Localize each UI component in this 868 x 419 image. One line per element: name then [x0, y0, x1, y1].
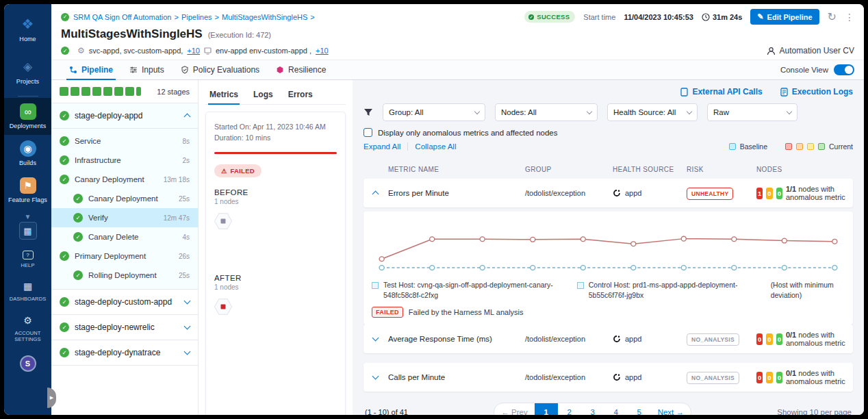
stage-group-header[interactable]: stage-deploy-appd	[51, 103, 198, 128]
funnel-icon[interactable]	[363, 108, 373, 117]
nav-more-chevron-icon[interactable]: ▼	[25, 213, 31, 220]
environments-more-link[interactable]: +10	[316, 47, 329, 55]
step-rolling-deployment[interactable]: Rolling Deployment 25s	[51, 266, 198, 285]
console-view-toggle[interactable]	[834, 64, 854, 75]
breadcrumb-pipelines[interactable]: Pipelines	[181, 13, 212, 21]
failed-badge: FAILED	[372, 307, 403, 318]
prev-page-button[interactable]: ← Prev	[494, 403, 534, 415]
user-avatar[interactable]: S	[20, 355, 36, 372]
chevron-up-icon[interactable]	[372, 191, 379, 198]
main-area: SRM QA Sign Off Automation > Pipelines >…	[51, 4, 864, 415]
sidebar-item-deployments[interactable]: ∞ Deployments	[4, 98, 51, 135]
page-button-5[interactable]: 5	[628, 403, 651, 415]
sidebar-item-home[interactable]: ❖ Home	[4, 10, 51, 48]
stage-group-dynatrace: stage-deploy-dynatrace	[51, 340, 198, 366]
after-node-hexagon-icon[interactable]	[214, 298, 232, 316]
step-label: Infrastructure	[75, 156, 177, 164]
test-host-checkbox[interactable]	[372, 282, 379, 289]
tab-errors[interactable]: Errors	[287, 87, 314, 104]
refresh-icon[interactable]: ↻	[828, 10, 837, 23]
control-host-label: Control Host: prd1-ms-appd-appd-deployme…	[589, 280, 743, 300]
tab-metrics[interactable]: Metrics	[208, 87, 240, 104]
metric-health-source: appd	[613, 373, 687, 381]
external-api-calls-link[interactable]: External API Calls	[680, 87, 762, 97]
success-check-icon	[73, 194, 83, 203]
nodes-summary: 0/1nodes with anomalous metric	[786, 369, 846, 385]
metric-row-errors-per-minute[interactable]: Errors per Minute /todolist/exception ap…	[363, 179, 853, 207]
step-canary-deployment-group[interactable]: Canary Deployment 13m 18s	[51, 170, 198, 189]
sidebar-item-help[interactable]: ? HELP	[8, 245, 48, 274]
divider	[407, 142, 408, 151]
sidebar-item-label: Deployments	[10, 123, 47, 129]
execution-logs-link[interactable]: Execution Logs	[780, 87, 853, 97]
help-chat-icon: ?	[23, 251, 34, 259]
step-service[interactable]: Service 8s	[51, 131, 198, 151]
module-selector-icon[interactable]: ▦	[19, 222, 37, 240]
nodes-summary: 1/1nodes with anomalous metric	[786, 185, 846, 201]
success-dot-icon: ✓	[528, 14, 534, 20]
page-button-4[interactable]: 4	[604, 403, 628, 415]
tab-inputs[interactable]: Inputs	[121, 60, 173, 79]
nodes-filter-select[interactable]: Nodes: All	[495, 103, 598, 121]
tab-label: Policy Evaluations	[193, 65, 259, 75]
anomalous-checkbox[interactable]	[363, 128, 372, 137]
sidebar-item-projects[interactable]: ◈ Projects	[4, 52, 51, 90]
metric-row-avg-response-time[interactable]: Average Response Time (ms) /todolist/exc…	[363, 325, 853, 353]
title-row: MultiStagesWithSingleHS (Execution Id: 4…	[61, 27, 854, 41]
kebab-menu-icon[interactable]: ⋮	[845, 12, 854, 23]
collapse-all-link[interactable]: Collapse All	[415, 142, 456, 151]
tab-policy-evaluations[interactable]: Policy Evaluations	[173, 60, 268, 79]
success-check-icon	[60, 111, 69, 120]
health-source-filter-select[interactable]: Health Source: All	[607, 103, 698, 121]
tab-logs[interactable]: Logs	[252, 87, 275, 104]
col-metric-name: METRIC NAME	[388, 166, 525, 173]
chevron-down-icon[interactable]	[372, 373, 379, 380]
step-canary-deployment[interactable]: Canary Deployment 25s	[51, 189, 198, 208]
stage-group-header[interactable]: stage-deploy-newrelic	[51, 315, 198, 340]
step-verify-selected[interactable]: Verify 12m 47s	[51, 208, 198, 227]
before-node-hexagon-icon[interactable]	[214, 212, 232, 230]
step-duration: 2s	[182, 157, 190, 164]
home-icon: ❖	[19, 15, 37, 33]
before-nodes-count: 1 nodes	[214, 198, 337, 205]
group-filter-select[interactable]: Group: All	[383, 103, 485, 121]
breadcrumb-separator: >	[174, 13, 178, 21]
anomalous-checkbox-label: Display only anomalous metrics and affec…	[378, 129, 558, 137]
expand-all-link[interactable]: Expand All	[363, 142, 400, 151]
page-button-3[interactable]: 3	[581, 403, 604, 415]
sidebar-item-account-settings[interactable]: ⚙ ACCOUNT SETTINGS	[8, 308, 48, 348]
sidebar-item-builds[interactable]: ◉ Builds	[4, 135, 51, 172]
analysis-links: External API Calls Execution Logs	[363, 87, 853, 97]
execution-tabbar: Pipeline Inputs Policy Evaluations Resil…	[51, 60, 864, 80]
col-group: GROUP	[525, 166, 613, 173]
stage-group-header[interactable]: stage-deploy-dynatrace	[51, 340, 198, 365]
breadcrumb-project[interactable]: SRM QA Sign Off Automation	[73, 13, 171, 21]
control-host-checkbox[interactable]	[577, 282, 584, 289]
sidebar-item-label: Projects	[16, 78, 39, 85]
breadcrumb-pipeline-name[interactable]: MultiStagesWithSingleHS	[222, 13, 307, 21]
services-more-link[interactable]: +10	[187, 47, 200, 55]
page-button-2[interactable]: 2	[558, 403, 581, 415]
sidebar-item-feature-flags[interactable]: ⚑ Feature Flags	[4, 172, 51, 209]
page-title: MultiStagesWithSingleHS	[61, 27, 203, 41]
raw-filter-select[interactable]: Raw	[707, 103, 797, 121]
step-duration: 8s	[182, 138, 190, 145]
tab-pipeline[interactable]: Pipeline	[61, 60, 121, 79]
page-button-1[interactable]: 1	[535, 403, 558, 415]
chevron-down-icon	[184, 348, 191, 355]
step-canary-delete[interactable]: Canary Delete 4s	[51, 227, 198, 246]
stages-progress-row: 12 stages	[51, 80, 198, 103]
resilience-icon	[276, 66, 284, 74]
step-primary-deployment[interactable]: Primary Deployment 26s	[51, 246, 198, 266]
sidebar-item-dashboards[interactable]: ▦ DASHBOARDS	[8, 274, 48, 307]
breadcrumb-separator: >	[215, 13, 219, 21]
chevron-down-icon[interactable]	[372, 335, 379, 342]
next-page-button[interactable]: Next →	[651, 403, 691, 415]
test-host-item: Test Host: cvng-qa-sign-off-appd-deploym…	[372, 280, 554, 300]
green-node-count: 0	[776, 188, 782, 199]
tab-resilience[interactable]: Resilience	[268, 60, 334, 79]
edit-pipeline-button[interactable]: ✎Edit Pipeline	[750, 9, 819, 25]
metric-row-calls-per-minute[interactable]: Calls per Minute /todolist/exception app…	[363, 363, 853, 392]
stage-group-header[interactable]: stage-deploy-custom-appd	[51, 290, 198, 314]
step-infrastructure[interactable]: Infrastructure 2s	[51, 151, 198, 170]
